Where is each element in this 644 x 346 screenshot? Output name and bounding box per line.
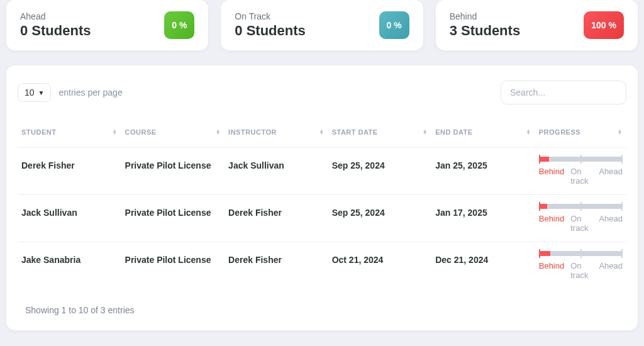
table-panel: 10 ▼ entries per page Student▲▼ Course▲▼… — [6, 65, 638, 330]
table-row: Derek Fisher Private Pilot License Jack … — [18, 148, 626, 195]
cell-course: Private Pilot License — [121, 148, 225, 195]
cell-progress: Behind On track Ahead — [535, 242, 626, 289]
page-size-value: 10 — [25, 87, 35, 98]
cell-student: Jack Sullivan — [18, 195, 121, 242]
table-row: Jack Sullivan Private Pilot License Dere… — [18, 195, 626, 242]
card-ahead-label: Ahead — [20, 11, 91, 21]
col-student[interactable]: Student▲▼ — [18, 122, 121, 148]
col-start[interactable]: Start Date▲▼ — [328, 122, 432, 148]
card-ahead: Ahead 0 Students 0 % — [6, 0, 208, 50]
card-ahead-value: 0 Students — [20, 23, 91, 39]
cell-student: Jake Sanabria — [18, 242, 121, 289]
cell-course: Private Pilot License — [121, 195, 225, 242]
card-ahead-badge: 0 % — [164, 11, 194, 39]
cell-progress: Behind On track Ahead — [535, 148, 626, 195]
card-behind-value: 3 Students — [450, 23, 520, 39]
progress-label-ahead: Ahead — [599, 214, 623, 233]
students-table: Student▲▼ Course▲▼ Instructor▲▼ Start Da… — [18, 122, 626, 289]
table-footer: Showing 1 to 10 of 3 entries — [18, 305, 626, 315]
progress-bar: Behind On track Ahead — [539, 157, 623, 186]
entries-per-page-label: entries per page — [58, 87, 122, 98]
progress-label-ahead: Ahead — [599, 261, 623, 280]
cell-course: Private Pilot License — [121, 242, 225, 289]
progress-bar: Behind On track Ahead — [539, 251, 623, 280]
card-ontrack-label: On Track — [235, 11, 305, 21]
progress-label-ontrack: On track — [570, 214, 592, 233]
progress-label-behind: Behind — [539, 261, 564, 280]
search-input[interactable] — [501, 81, 626, 104]
sort-icon: ▲▼ — [526, 130, 531, 135]
chevron-down-icon: ▼ — [38, 89, 45, 96]
cell-start: Sep 25, 2024 — [328, 148, 432, 195]
progress-label-behind: Behind — [539, 214, 564, 233]
sort-icon: ▲▼ — [319, 130, 324, 135]
col-end[interactable]: End Date▲▼ — [431, 122, 535, 148]
cell-end: Jan 17, 2025 — [431, 195, 535, 242]
cell-instructor: Derek Fisher — [225, 195, 328, 242]
cell-start: Sep 25, 2024 — [328, 195, 432, 242]
card-ontrack: On Track 0 Students 0 % — [221, 0, 423, 50]
cell-progress: Behind On track Ahead — [535, 195, 626, 242]
cell-start: Oct 21, 2024 — [328, 242, 432, 289]
col-instructor[interactable]: Instructor▲▼ — [225, 122, 328, 148]
card-ontrack-badge: 0 % — [379, 11, 409, 39]
card-ontrack-value: 0 Students — [235, 23, 305, 39]
cell-instructor: Derek Fisher — [225, 242, 328, 289]
col-course[interactable]: Course▲▼ — [121, 122, 225, 148]
progress-label-ahead: Ahead — [599, 167, 623, 186]
progress-label-behind: Behind — [539, 167, 564, 186]
card-behind-badge: 100 % — [584, 11, 624, 39]
sort-icon: ▲▼ — [423, 130, 428, 135]
table-row: Jake Sanabria Private Pilot License Dere… — [18, 242, 626, 289]
sort-icon: ▲▼ — [112, 130, 117, 135]
progress-label-ontrack: On track — [570, 167, 592, 186]
card-behind-label: Behind — [450, 11, 520, 21]
col-progress[interactable]: Progress▲▼ — [535, 122, 626, 148]
cell-end: Dec 21, 2024 — [431, 242, 535, 289]
sort-icon: ▲▼ — [216, 130, 221, 135]
progress-label-ontrack: On track — [570, 261, 592, 280]
page-size-select[interactable]: 10 ▼ — [18, 83, 51, 102]
progress-bar: Behind On track Ahead — [539, 204, 623, 233]
cell-end: Jan 25, 2025 — [431, 148, 535, 195]
sort-icon: ▲▼ — [618, 130, 623, 135]
cell-student: Derek Fisher — [18, 148, 121, 195]
card-behind: Behind 3 Students 100 % — [436, 0, 638, 50]
cell-instructor: Jack Sullivan — [225, 148, 328, 195]
